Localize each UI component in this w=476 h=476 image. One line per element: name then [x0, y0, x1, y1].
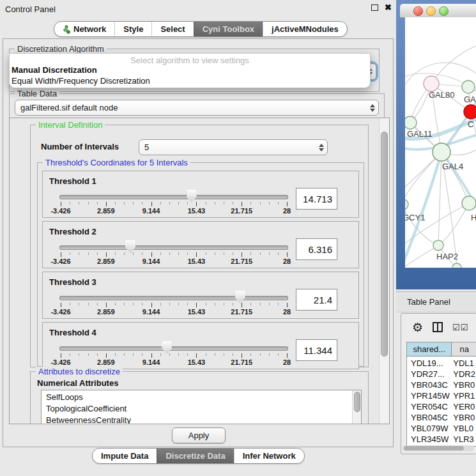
network-node-c[interactable] — [464, 105, 476, 119]
cell-shared-name[interactable]: YBL079W — [407, 424, 450, 433]
table-row[interactable]: YBL079WYBL0 — [407, 423, 476, 434]
slider-tick — [187, 353, 188, 356]
cell-name[interactable]: YPR1 — [450, 391, 476, 401]
attribute-item-betweennesscentrality[interactable]: BetweennessCentrality — [42, 415, 361, 424]
slider-tick-label: 28 — [283, 207, 291, 215]
attributes-group: Attributes to discretize Numerical Attri… — [30, 371, 369, 424]
slider-tick-label: 15.43 — [188, 358, 206, 366]
table-row[interactable]: YBR045CYBR0 — [407, 412, 476, 423]
zoom-traffic-light-icon[interactable] — [439, 6, 449, 16]
table-header-shared[interactable]: shared... — [407, 342, 452, 357]
attribute-item-topologicalcoefficient[interactable]: TopologicalCoefficient — [42, 403, 361, 415]
tab-cyni-toolbox[interactable]: Cyni Toolbox — [194, 22, 263, 36]
slider-thumb[interactable] — [235, 291, 245, 303]
threshold-value-field[interactable]: 14.713 — [296, 188, 337, 210]
table-hscrollbar-thumb[interactable] — [404, 446, 464, 450]
apply-button[interactable]: Apply — [172, 427, 226, 443]
slider-track[interactable] — [59, 296, 288, 300]
network-edge[interactable] — [431, 45, 476, 84]
cell-name[interactable]: YDR2 — [450, 369, 476, 379]
attributes-scrollbar-thumb[interactable] — [354, 392, 360, 412]
cell-shared-name[interactable]: YLR345W — [407, 434, 450, 444]
slider-thumb[interactable] — [162, 341, 172, 354]
bottom-tab-infer-network[interactable]: Infer Network — [234, 449, 304, 463]
numerical-attributes-list: SelfLoopsTopologicalCoefficientBetweenne… — [41, 390, 362, 424]
table-data-combobox[interactable]: galFiltered.sif default node — [15, 100, 379, 116]
network-canvas[interactable]: GAL80GACGAL11GAL4GCY1HHAP2 — [405, 17, 476, 268]
bottom-tab-impute-data[interactable]: Impute Data — [93, 449, 157, 463]
network-node-gcy1[interactable] — [405, 199, 408, 210]
network-node-gal4[interactable] — [433, 143, 450, 161]
settings-scrollbar[interactable] — [379, 118, 389, 424]
slider-track[interactable] — [59, 346, 288, 351]
network-node-gal80[interactable] — [424, 76, 439, 91]
threshold-value-field[interactable]: 11.344 — [296, 339, 337, 361]
select-columns-icons[interactable]: ☑☑ — [452, 323, 468, 332]
gear-icon[interactable]: ⚙ — [412, 321, 423, 334]
network-node-hap2[interactable] — [433, 240, 443, 250]
close-icon[interactable]: ✖ — [385, 4, 392, 12]
cell-name[interactable]: YBL0 — [450, 424, 476, 433]
table-header-na[interactable]: na — [452, 342, 476, 357]
cell-shared-name[interactable]: YBR045C — [407, 413, 450, 422]
minimize-traffic-light-icon[interactable] — [426, 6, 436, 16]
slider-tick — [215, 252, 215, 255]
table-row[interactable]: YDR27...YDR2 — [407, 369, 476, 380]
slider-tick — [278, 303, 279, 305]
slider-tick-label: -3.426 — [50, 308, 70, 316]
cell-name[interactable]: YER0 — [450, 402, 476, 411]
slider-tick — [206, 303, 206, 305]
number-of-intervals-combobox[interactable]: 5 — [139, 139, 328, 155]
threshold-value-field[interactable]: 21.4 — [296, 289, 337, 311]
tab-network[interactable]: Network — [54, 22, 114, 36]
slider-thumb[interactable] — [125, 240, 135, 253]
slider-track[interactable] — [59, 245, 288, 250]
cell-name[interactable]: YBR0 — [450, 413, 476, 422]
cell-shared-name[interactable]: YPR145W — [407, 391, 450, 401]
tab-style[interactable]: Style — [114, 22, 151, 36]
network-node-ga[interactable] — [462, 81, 475, 93]
bottom-tab-discretize-data[interactable]: Discretize Data — [157, 449, 233, 463]
slider-tick — [178, 353, 179, 356]
attributes-scrollbar[interactable] — [352, 390, 361, 424]
table-row[interactable]: YPR145WYPR1 — [407, 390, 476, 401]
network-edge[interactable] — [405, 152, 441, 204]
network-node[interactable] — [452, 263, 461, 268]
tab-select[interactable]: Select — [151, 22, 193, 36]
algorithm-option-manual-discretization[interactable]: Manual Discretization — [12, 65, 97, 75]
algorithm-group-title: Discretization Algorithm — [15, 44, 107, 54]
cell-shared-name[interactable]: YER054C — [407, 402, 450, 411]
cell-shared-name[interactable]: YDL19... — [407, 358, 450, 368]
slider-thumb[interactable] — [187, 190, 197, 203]
algorithm-popup-hint: Select algorithm to view settings — [10, 56, 370, 65]
threshold-row-4: Threshold 4 -3.4262.8599.14415.4321.7152… — [42, 322, 359, 369]
cell-name[interactable]: YBR0 — [450, 380, 476, 390]
network-node-gal11[interactable] — [405, 116, 417, 129]
network-graph[interactable]: GAL80GACGAL11GAL4GCY1HHAP2 — [405, 17, 476, 268]
slider-tick — [269, 303, 270, 305]
table-hscrollbar[interactable] — [403, 445, 474, 451]
table-row[interactable]: YBR043CYBR0 — [407, 380, 476, 390]
algorithm-option-equal-width-frequency-discretization[interactable]: Equal Width/Frequency Discretization — [12, 76, 150, 86]
tab-jactivemnodules[interactable]: jActiveMNodules — [263, 22, 347, 36]
cell-shared-name[interactable]: YBR043C — [407, 380, 450, 390]
float-window-icon[interactable] — [371, 4, 378, 11]
attribute-item-selfloops[interactable]: SelfLoops — [42, 392, 361, 403]
slider-track[interactable] — [59, 195, 288, 199]
slider-tick — [269, 252, 270, 255]
slider-tick — [115, 252, 116, 255]
settings-scrollbar-thumb[interactable] — [381, 132, 388, 357]
close-traffic-light-icon[interactable] — [413, 6, 423, 16]
cell-name[interactable]: YLR3 — [450, 434, 476, 444]
threshold-value-field[interactable]: 6.316 — [296, 238, 337, 260]
cell-shared-name[interactable]: YDR27... — [407, 369, 450, 379]
table-row[interactable]: YLR345WYLR3 — [407, 434, 476, 445]
network-window-titlebar[interactable] — [400, 4, 476, 18]
bottom-tab-bar: Impute DataDiscretize DataInfer Network — [92, 448, 305, 464]
column-layout-icon[interactable] — [433, 322, 443, 333]
cell-name[interactable]: YDL1 — [450, 358, 476, 368]
slider-tick-label: 21.715 — [231, 358, 252, 366]
network-node-h[interactable] — [462, 196, 476, 210]
table-row[interactable]: YDL19...YDL1 — [407, 358, 476, 369]
table-row[interactable]: YER054CYER0 — [407, 401, 476, 412]
